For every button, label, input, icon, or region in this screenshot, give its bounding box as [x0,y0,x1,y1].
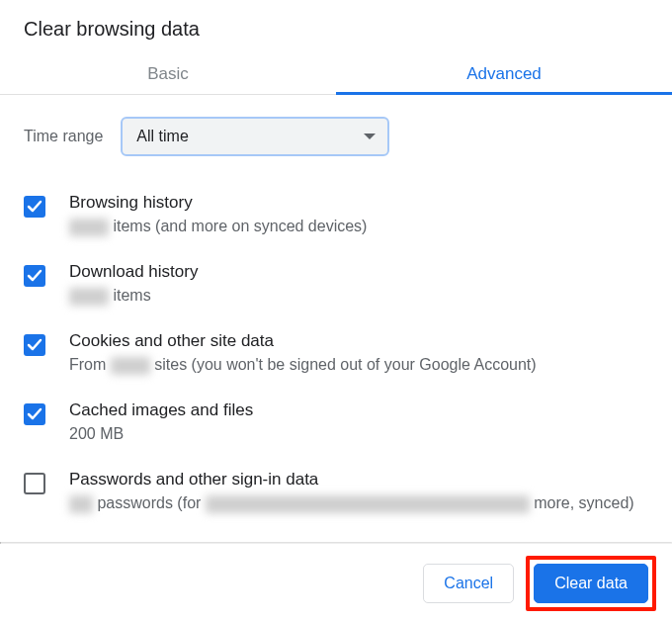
option-passwords: Passwords and other sign-in data xxx pas… [24,459,648,528]
option-title: Download history [69,261,648,283]
clear-browsing-data-dialog: Clear browsing data Basic Advanced Time … [0,0,672,622]
checkbox-cache[interactable] [24,403,45,425]
tab-advanced[interactable]: Advanced [336,58,672,94]
dialog-body: Time range All time Browsing history xxx… [0,95,672,542]
redacted-text: xxxxxxxxxxxxxxxxxxxxxxxxxxxxxxxxxxxxxxxx… [206,495,530,513]
option-cookies: Cookies and other site data From xxxxx s… [24,320,648,390]
option-subtitle: xxxxx items [69,285,648,307]
option-title: Browsing history [69,192,648,214]
time-range-select[interactable]: All time [121,117,389,156]
highlight-annotation: Clear data [526,556,656,611]
time-range-value: All time [136,128,188,145]
redacted-text: xxx [69,495,93,513]
option-subtitle: 200 MB [69,423,648,445]
option-subtitle: From xxxxx sites (you won't be signed ou… [69,354,648,376]
redacted-text: xxxxx [69,219,109,236]
redacted-text: xxxxx [111,357,150,375]
time-range-row: Time range All time [24,117,648,156]
tab-basic[interactable]: Basic [0,58,336,94]
option-download-history: Download history xxxxx items [24,251,648,320]
clear-data-button[interactable]: Clear data [534,564,648,603]
option-title: Cached images and files [69,400,648,421]
redacted-text: xxxxx [69,288,109,306]
cancel-button[interactable]: Cancel [423,564,514,603]
time-range-label: Time range [24,128,103,145]
checkbox-passwords[interactable] [24,473,45,494]
dialog-footer: Cancel Clear data [0,544,672,622]
checkbox-cookies[interactable] [24,334,45,356]
chevron-down-icon [364,133,376,139]
option-title: Passwords and other sign-in data [69,469,648,490]
tabs: Basic Advanced [0,58,672,95]
option-subtitle: xxxxx items (and more on synced devices) [69,216,648,237]
option-cache: Cached images and files 200 MB [24,390,648,459]
option-title: Cookies and other site data [69,330,648,352]
checkbox-download-history[interactable] [24,265,45,287]
checkbox-browsing-history[interactable] [24,196,45,218]
dialog-title: Clear browsing data [0,18,672,58]
option-browsing-history: Browsing history xxxxx items (and more o… [24,182,648,251]
option-subtitle: xxx passwords (for xxxxxxxxxxxxxxxxxxxxx… [69,492,648,514]
